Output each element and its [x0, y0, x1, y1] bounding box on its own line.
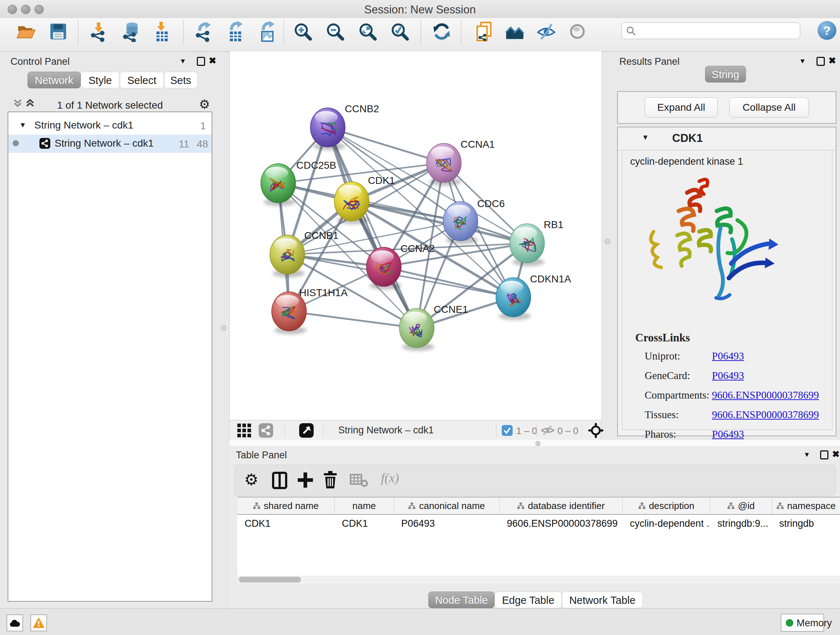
ccnb2-node[interactable] — [310, 108, 345, 150]
clone-network-icon[interactable] — [474, 21, 495, 42]
zoom-fit-icon[interactable] — [357, 21, 378, 42]
table-hscrollbar[interactable] — [237, 576, 840, 584]
crosslink-uniprot-link[interactable]: P06493 — [712, 350, 744, 362]
tab-node-table[interactable]: Node Table — [428, 592, 494, 608]
crosslink-genecard-link[interactable]: P06493 — [712, 370, 744, 382]
table-cell[interactable]: stringdb — [772, 515, 840, 532]
home-networks-icon[interactable] — [505, 21, 526, 42]
tab-style[interactable]: Style — [81, 72, 120, 88]
left-splitter-handle[interactable] — [221, 325, 226, 331]
column-header-namespace[interactable]: namespace — [772, 497, 840, 515]
zoom-out-icon[interactable] — [325, 21, 346, 42]
network-share-icon[interactable] — [259, 423, 273, 438]
import-table-icon[interactable] — [150, 21, 172, 42]
column-header-name[interactable]: name — [335, 497, 394, 515]
fit-selected-crosshair-icon[interactable] — [588, 423, 604, 439]
cdkn1a-node[interactable] — [496, 278, 531, 320]
tab-edge-table[interactable]: Edge Table — [494, 592, 562, 608]
rb1-node[interactable] — [510, 224, 545, 266]
ccna2-node[interactable] — [366, 247, 401, 290]
horizontal-splitter-handle[interactable] — [535, 441, 540, 446]
table-panel-float-icon[interactable] — [820, 450, 829, 459]
network-edge[interactable] — [289, 311, 417, 328]
right-splitter-handle[interactable] — [605, 239, 610, 244]
control-panel-float-icon[interactable] — [197, 57, 205, 66]
table-cell[interactable]: CDK1 — [237, 515, 335, 532]
collection-expander-icon[interactable]: ▼ — [19, 121, 27, 129]
cdc25b-node[interactable] — [261, 164, 295, 206]
show-columns-icon[interactable] — [272, 472, 287, 489]
import-network-icon[interactable] — [88, 21, 109, 42]
control-panel-close-icon[interactable]: ✖ — [209, 55, 216, 66]
function-builder-icon[interactable]: f(x) — [381, 470, 399, 486]
column-header-id[interactable]: @id — [710, 497, 772, 515]
gene-section-header[interactable]: ▼ CDK1 — [618, 127, 836, 150]
table-hscrollbar-thumb[interactable] — [239, 577, 301, 583]
table-panel-close-icon[interactable]: ✖ — [832, 449, 840, 459]
network-row-selected[interactable]: String Network – cdk1 11 48 — [8, 135, 212, 153]
tab-network[interactable]: Network — [27, 72, 81, 88]
selected-checkbox-icon[interactable] — [502, 425, 513, 436]
export-network-icon[interactable] — [193, 21, 214, 42]
ccna1-node[interactable] — [426, 143, 461, 186]
crosslink-label: Pharos: — [645, 428, 676, 440]
toolbar-separator — [283, 20, 284, 44]
memory-button[interactable]: Memory — [781, 614, 824, 632]
search-field[interactable] — [622, 22, 800, 39]
results-panel-menu-icon[interactable]: ▼ — [799, 57, 806, 65]
network-edge[interactable] — [328, 127, 444, 163]
ccnb1-node[interactable] — [270, 235, 305, 277]
crosslink-tissues-link[interactable]: 9606.ENSP00000378699 — [712, 409, 819, 421]
warning-button[interactable] — [30, 614, 47, 631]
network-edge[interactable] — [384, 267, 513, 297]
expand-all-button[interactable]: Expand All — [645, 97, 718, 118]
cloud-button[interactable] — [6, 614, 23, 631]
horizontal-splitter[interactable] — [229, 440, 840, 446]
delete-table-icon[interactable] — [350, 473, 369, 488]
results-panel-close-icon[interactable]: ✖ — [829, 55, 836, 66]
table-cell[interactable]: stringdb:9... — [710, 515, 772, 532]
delete-column-icon[interactable] — [322, 470, 338, 489]
column-header-database-identifier[interactable]: database identifier — [500, 497, 622, 515]
help-button[interactable]: ? — [818, 21, 836, 40]
add-column-icon[interactable] — [297, 472, 314, 488]
gene-expander-icon[interactable]: ▼ — [642, 133, 649, 141]
open-session-icon[interactable] — [16, 21, 36, 42]
table-cell[interactable]: 9606.ENSP00000378699 — [500, 515, 622, 532]
import-network-from-database-icon[interactable] — [121, 21, 142, 42]
refresh-icon[interactable] — [431, 21, 452, 42]
tab-network-table[interactable]: Network Table — [562, 592, 643, 608]
ccne1-node[interactable] — [399, 309, 434, 351]
network-canvas[interactable]: CCNB2CCNA1CDC25BCDK1CDC6RB1CCNB1CCNA2CDK… — [229, 51, 602, 420]
tab-select[interactable]: Select — [120, 72, 164, 88]
show-all-icon[interactable] — [567, 21, 588, 42]
grid-view-icon[interactable] — [237, 423, 251, 438]
cdk1-node[interactable] — [334, 182, 369, 224]
results-panel-float-icon[interactable] — [816, 57, 825, 66]
table-cell[interactable]: cyclin-dependent ... — [622, 515, 710, 532]
crosslink-pharos-link[interactable]: P06493 — [712, 428, 744, 440]
export-table-icon[interactable] — [225, 21, 246, 42]
zoom-selected-icon[interactable] — [389, 21, 410, 42]
crosslink-compartments-link[interactable]: 9606.ENSP00000378699 — [712, 389, 819, 401]
network-collection-row[interactable]: ▼ String Network – cdk1 1 — [8, 117, 212, 135]
column-header-description[interactable]: description — [622, 497, 710, 515]
tab-sets[interactable]: Sets — [164, 72, 197, 88]
control-panel-menu-icon[interactable]: ▼ — [180, 57, 186, 65]
column-header-shared-name[interactable]: shared name — [237, 497, 335, 515]
network-status-dot — [13, 140, 19, 146]
birds-eye-view-icon[interactable] — [299, 423, 314, 438]
zoom-in-icon[interactable] — [292, 21, 313, 42]
table-settings-gear-icon[interactable]: ⚙ — [244, 470, 258, 489]
search-input[interactable] — [639, 24, 796, 37]
network-options-gear-icon[interactable]: ⚙ — [199, 97, 210, 111]
table-panel-menu-icon[interactable]: ▼ — [804, 451, 810, 459]
table-cell[interactable]: P06493 — [394, 515, 500, 532]
column-header-canonical-name[interactable]: canonical name — [394, 497, 500, 515]
save-session-icon[interactable] — [48, 21, 69, 42]
table-cell[interactable]: CDK1 — [335, 515, 394, 532]
export-image-icon[interactable] — [256, 21, 278, 42]
tab-string[interactable]: String — [705, 66, 746, 82]
collapse-all-button[interactable]: Collapse All — [729, 97, 809, 118]
hide-selected-icon[interactable] — [536, 21, 557, 42]
